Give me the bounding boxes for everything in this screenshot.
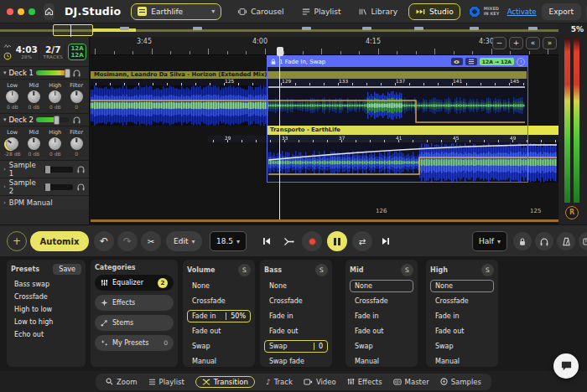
headphones-icon[interactable] — [76, 165, 86, 173]
mid-option[interactable]: Swap — [350, 340, 413, 353]
activate-link[interactable]: Activate — [507, 8, 537, 16]
high-option[interactable]: None — [430, 280, 494, 292]
bass-option[interactable]: Fade out — [264, 325, 328, 338]
mid-option[interactable]: Fade in — [350, 310, 413, 322]
jump-back-button[interactable]: « — [526, 37, 540, 49]
deck1-high-knob[interactable] — [49, 90, 61, 103]
preset-item[interactable]: Bass swap — [11, 278, 81, 291]
deck1-volume-slider[interactable] — [36, 70, 70, 75]
high-solo-button[interactable]: S — [481, 264, 494, 276]
tab-playlist[interactable]: Playlist — [148, 378, 184, 386]
deck2-header[interactable]: ▾ Deck 2 — [0, 114, 89, 126]
redo-button[interactable]: ↷ — [117, 231, 138, 251]
overview-viewport-box[interactable] — [53, 24, 93, 36]
clock-icon[interactable] — [517, 58, 525, 66]
headphones-icon[interactable] — [72, 116, 81, 124]
cut-button[interactable]: ✂ — [141, 231, 161, 251]
overview-transition-marker[interactable] — [470, 27, 479, 30]
tab-track[interactable]: ♪ Track — [266, 378, 293, 386]
preset-item[interactable]: Echo out — [11, 328, 81, 341]
tab-effects[interactable]: Effects — [347, 378, 382, 386]
high-option[interactable]: Fade in — [430, 310, 494, 322]
transition-header[interactable]: 1 Fade In, Swap 12A → 12A — [268, 56, 527, 67]
minimize-window-button[interactable] — [18, 8, 24, 15]
record-button[interactable] — [302, 231, 322, 251]
cue-headphones-button[interactable] — [535, 232, 553, 250]
bass-option[interactable]: Swap fade — [264, 355, 328, 368]
volume-option[interactable]: Crossfade — [187, 295, 251, 307]
bass-option[interactable]: Crossfade — [264, 295, 328, 307]
volume-option[interactable]: None — [187, 280, 251, 292]
tab-transition[interactable]: Transition — [195, 376, 255, 388]
mid-option[interactable]: Manual — [350, 355, 413, 368]
tab-samples[interactable]: Samples — [440, 378, 481, 386]
mid-option[interactable]: None — [350, 280, 413, 292]
overview-transition-marker[interactable] — [193, 27, 202, 30]
deck1-filter-knob[interactable] — [70, 90, 83, 103]
volume-option[interactable]: Fade out — [187, 325, 251, 338]
deck2-filter-knob[interactable] — [70, 137, 83, 150]
high-option[interactable]: Swap — [430, 340, 494, 353]
deck2-low-knob[interactable] — [6, 137, 18, 150]
headphones-icon[interactable] — [76, 183, 86, 191]
time-ruler[interactable]: 3:454:004:154:30 — [91, 37, 558, 55]
deck1-mid-knob[interactable] — [28, 90, 40, 103]
home-button[interactable] — [44, 3, 55, 20]
tab-zoom[interactable]: Zoom — [106, 378, 138, 386]
undo-button[interactable]: ↶ — [94, 231, 114, 251]
headphones-icon[interactable] — [72, 69, 81, 77]
high-option[interactable]: Crossfade — [430, 295, 494, 307]
close-window-button[interactable] — [7, 8, 13, 15]
keyboard-shortcuts-button[interactable] — [579, 232, 587, 250]
track-area[interactable]: 3:454:004:154:30 − + « » Mosimann, Leand… — [91, 37, 558, 224]
automix-button[interactable]: Automix — [30, 231, 89, 251]
deck1-low-knob[interactable] — [6, 90, 18, 103]
bass-option[interactable]: Swap0 — [264, 340, 328, 353]
high-option[interactable]: Manual — [430, 355, 494, 368]
category-equalizer-button[interactable]: Equalizer 2 — [95, 275, 174, 291]
overview-transition-marker[interactable] — [414, 27, 423, 30]
pause-button[interactable] — [327, 231, 347, 251]
sample2-row[interactable]: › Sample 2 — [0, 178, 89, 196]
mid-option[interactable]: Crossfade — [350, 295, 413, 307]
horizontal-scrollbar[interactable] — [91, 219, 558, 222]
deck2-high-knob[interactable] — [49, 137, 61, 150]
transition-region[interactable]: 1 Fade In, Swap 12A → 12A — [267, 55, 528, 183]
record-arm-button[interactable]: R — [565, 206, 579, 219]
tab-video[interactable]: Video — [304, 378, 336, 386]
category-effects-button[interactable]: Effects — [95, 295, 174, 311]
high-option[interactable]: Fade out — [430, 325, 494, 338]
preset-item[interactable]: Low to high — [11, 316, 81, 328]
sample1-volume-slider[interactable] — [44, 167, 73, 173]
export-button[interactable]: Export — [542, 3, 581, 20]
sample1-row[interactable]: › Sample 1 — [0, 161, 89, 178]
skip-to-end-button[interactable] — [376, 231, 396, 251]
deck1-header[interactable]: ▾ Deck 1 — [0, 67, 89, 80]
nav-studio-button[interactable]: Studio — [408, 3, 460, 20]
split-transition-button[interactable] — [278, 231, 299, 251]
project-selector[interactable]: Earthlife ▾ — [131, 3, 221, 20]
preset-item[interactable]: Crossfade — [11, 291, 81, 303]
bass-solo-button[interactable]: S — [315, 264, 328, 276]
overview-transition-marker[interactable] — [362, 27, 371, 30]
mid-option[interactable]: Fade out — [350, 325, 413, 338]
bpm-manual-row[interactable]: › BPM Manual — [0, 196, 89, 209]
category-stems-button[interactable]: Stems — [95, 315, 174, 331]
volume-option[interactable]: Swap — [187, 340, 251, 353]
loop-button[interactable]: ⇄ — [352, 231, 372, 251]
bass-option[interactable]: None — [264, 280, 328, 292]
metronome-button[interactable] — [557, 232, 575, 250]
category-my-presets-button[interactable]: My Presets 0 — [95, 335, 174, 351]
edit-dropdown[interactable]: Edit▾ — [166, 231, 202, 251]
transition-length-dropdown[interactable]: 18.5▾ — [210, 231, 247, 251]
volume-option[interactable]: Manual — [187, 355, 251, 368]
tab-master[interactable]: Master — [393, 378, 429, 386]
nav-carousel-button[interactable]: Carousel — [231, 3, 289, 20]
transition-menu-button[interactable] — [465, 58, 477, 65]
add-track-button[interactable]: + — [7, 231, 27, 251]
deck2-volume-slider[interactable] — [36, 117, 70, 122]
jump-forward-button[interactable]: » — [543, 37, 557, 49]
nav-library-button[interactable]: Library — [352, 3, 403, 20]
playhead[interactable] — [279, 47, 280, 219]
lock-button[interactable] — [513, 232, 532, 250]
